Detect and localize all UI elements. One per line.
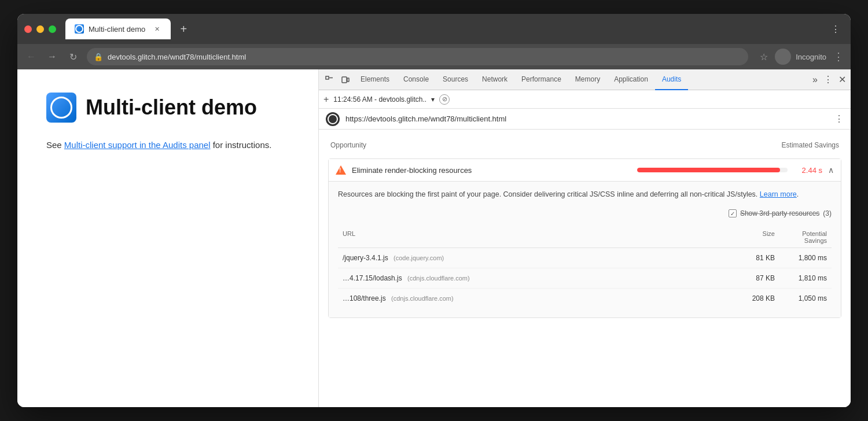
resource-savings-2: 1,810 ms [775,274,827,282]
incognito-icon [775,49,791,65]
bookmark-star-icon[interactable]: ☆ [760,51,768,62]
page-title: Multi-client demo [86,95,257,120]
subbar-timestamp: 11:24:56 AM - devtools.glitch.. [333,95,426,104]
col-size-header: Size [729,230,775,244]
audit-item-label: Eliminate render-blocking resources [352,166,631,175]
third-party-area: ✓ Show 3rd-party resources (3) [338,209,832,217]
resources-table: URL Size Potential Savings /jquery [338,227,832,308]
estimated-savings-label: Estimated Savings [782,141,839,149]
svg-rect-0 [326,76,329,79]
close-window-button[interactable] [24,25,32,33]
forward-button[interactable]: → [45,50,59,64]
third-party-checkbox[interactable]: ✓ [729,209,737,217]
tab-memory[interactable]: Memory [568,69,607,90]
third-party-count: (3) [823,209,832,217]
devtools-panel: Elements Console Sources Network Perform… [318,69,851,407]
opportunity-label: Opportunity [330,141,366,149]
address-input-wrap[interactable]: 🔒 devtools.glitch.me/wndt78/multiclient.… [87,48,748,65]
devtools-options-button[interactable]: ⋮ [821,74,835,85]
resource-size-2: 87 KB [729,274,775,282]
page-description: See Multi-client support in the Audits p… [46,139,289,152]
resource-savings-3: 1,050 ms [775,294,827,302]
tab-elements[interactable]: Elements [354,69,396,90]
description-suffix: for instructions. [211,140,272,150]
browser-menu-button[interactable]: ⋮ [833,50,844,63]
traffic-lights [24,25,56,33]
tab-sources[interactable]: Sources [436,69,475,90]
tab-audits[interactable]: Audits [655,69,688,90]
incognito-area: Incognito [775,49,826,65]
svg-rect-3 [347,78,349,82]
audit-item-header[interactable]: Eliminate render-blocking resources 2.44… [329,159,841,181]
opportunity-header: Opportunity Estimated Savings [328,136,841,154]
col-savings-line1: Potential [775,230,827,237]
resource-size-1: 81 KB [729,254,775,262]
tab-performance[interactable]: Performance [514,69,568,90]
devtools-more-button[interactable]: » [810,75,820,85]
svg-rect-2 [342,77,347,83]
audit-time-value: 2.44 s [793,166,822,175]
new-tab-button[interactable]: + [175,21,192,37]
devtools-device-icon[interactable] [337,72,354,88]
browser-content: Multi-client demo See Multi-client suppo… [17,69,851,407]
tab-favicon-icon [75,24,84,34]
devtools-urlbar: https://devtools.glitch.me/wndt78/multic… [319,109,851,130]
table-row: …108/three.js (cdnjs.cloudflare.com) 208… [338,289,832,308]
page-content: Multi-client demo See Multi-client suppo… [17,69,318,407]
page-logo-area: Multi-client demo [46,93,289,123]
resource-url-2: …4.17.15/lodash.js (cdnjs.cloudflare.com… [343,274,729,282]
resource-savings-1: 1,800 ms [775,254,827,262]
resource-url-1: /jquery-3.4.1.js (code.jquery.com) [343,254,729,262]
lock-icon: 🔒 [94,53,103,61]
devtools-tabs: Elements Console Sources Network Perform… [319,69,851,90]
audit-progress-bar [637,168,788,172]
description-prefix: See [46,140,64,150]
tab-network[interactable]: Network [475,69,514,90]
tab-bar: Multi-client demo ✕ + [65,19,827,39]
minimize-window-button[interactable] [36,25,44,33]
audit-collapse-button[interactable]: ∧ [828,165,834,175]
tab-close-button[interactable]: ✕ [152,24,161,34]
checkmark-icon: ✓ [730,211,735,217]
table-row: …4.17.15/lodash.js (cdnjs.cloudflare.com… [338,268,832,289]
tab-title: Multi-client demo [89,25,145,34]
audit-item-render-blocking: Eliminate render-blocking resources 2.44… [328,158,841,318]
tab-console[interactable]: Console [396,69,436,90]
devtools-inspect-icon[interactable] [321,72,337,88]
third-party-label: Show 3rd-party resources [740,209,819,217]
audit-details: Resources are blocking the first paint o… [329,181,841,317]
subbar-cancel-button[interactable]: ⊘ [439,94,450,105]
page-logo-icon [46,93,76,123]
audit-url-options-button[interactable]: ⋮ [834,113,844,124]
col-url-header: URL [343,230,729,244]
title-bar: Multi-client demo ✕ + ⋮ [17,14,851,44]
devtools-subbar: + 11:24:56 AM - devtools.glitch.. ▾ ⊘ [319,90,851,109]
audit-description-text: Resources are blocking the first paint o… [338,190,757,198]
audits-panel-link[interactable]: Multi-client support in the Audits panel [64,140,211,150]
address-text: devtools.glitch.me/wndt78/multiclient.ht… [108,53,741,61]
resource-size-3: 208 KB [729,294,775,302]
window-menu-button[interactable]: ⋮ [827,21,844,37]
incognito-label: Incognito [796,53,826,61]
browser-tab-active[interactable]: Multi-client demo ✕ [65,19,171,39]
audit-description: Resources are blocking the first paint o… [338,189,832,200]
table-row: /jquery-3.4.1.js (code.jquery.com) 81 KB… [338,248,832,268]
resource-origin-3: (cdnjs.cloudflare.com) [391,295,454,302]
resource-url-3: …108/three.js (cdnjs.cloudflare.com) [343,294,729,302]
col-savings-line2: Savings [775,237,827,244]
resources-table-header: URL Size Potential Savings [338,227,832,248]
tab-application[interactable]: Application [607,69,655,90]
devtools-add-button[interactable]: + [323,94,329,105]
resource-origin-2: (cdnjs.cloudflare.com) [407,275,470,282]
dropdown-arrow-icon: ▾ [431,95,435,104]
col-savings-header: Potential Savings [775,230,827,244]
learn-more-link[interactable]: Learn more [760,190,797,198]
audit-avatar-icon [326,112,340,126]
subbar-dropdown-button[interactable]: ▾ [431,95,435,104]
reload-button[interactable]: ↻ [66,50,80,64]
warning-icon [336,165,346,175]
maximize-window-button[interactable] [49,25,56,33]
devtools-close-button[interactable]: ✕ [836,74,848,85]
devtools-more-area: » ⋮ ✕ [810,74,848,85]
back-button[interactable]: ← [24,50,38,64]
